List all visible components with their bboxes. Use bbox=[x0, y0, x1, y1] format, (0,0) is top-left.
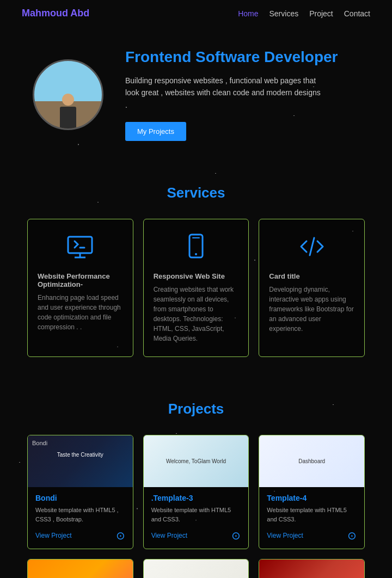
services-title: Services bbox=[27, 185, 365, 201]
project-desc-bondi: Website template with HTML5 , CSS3 , Boo… bbox=[35, 506, 125, 524]
service-card-1-title: Website Performance Optimization- bbox=[38, 272, 123, 288]
nav-link-services[interactable]: Services bbox=[269, 9, 298, 18]
project-name-t4: Template-4 bbox=[267, 494, 357, 502]
my-projects-button[interactable]: My Projects bbox=[125, 122, 186, 141]
hero-description: Building responsive websites , functiona… bbox=[125, 75, 321, 111]
services-grid: Website Performance Optimization- Enhanc… bbox=[27, 219, 365, 357]
service-card-2-desc: Creating websites that work seamlessly o… bbox=[154, 285, 239, 343]
service-card-2: Responsive Web Site Creating websites th… bbox=[143, 219, 249, 357]
service-card-1-desc: Enhancing page load speed and user exper… bbox=[38, 293, 123, 332]
avatar-head bbox=[62, 94, 74, 106]
svg-rect-0 bbox=[68, 237, 92, 253]
service-card-2-title: Responsive Web Site bbox=[154, 272, 225, 280]
project-card-perfume: Reveal The Beauty of Skin Perfume Store … bbox=[143, 559, 249, 578]
nav-link-project[interactable]: Project bbox=[309, 9, 333, 18]
hero-section: Frontend Software Developer Building res… bbox=[0, 27, 392, 163]
service-card-1: Website Performance Optimization- Enhanc… bbox=[27, 219, 133, 357]
project-card-food: Supper delicious Burger in town! Food Re… bbox=[259, 559, 365, 578]
view-project-t4[interactable]: View Project bbox=[267, 532, 303, 539]
project-thumb-bondi: Bondi bbox=[28, 435, 133, 487]
avatar-body bbox=[60, 107, 76, 128]
project-info-t4: Template-4 Website template with HTML5 a… bbox=[259, 487, 364, 549]
view-project-bondi[interactable]: View Project bbox=[35, 532, 71, 539]
project-name-bondi: Bondi bbox=[35, 494, 125, 502]
hero-title: Frontend Software Developer bbox=[125, 48, 338, 66]
services-section: Services Website Performance Optimizatio… bbox=[0, 163, 392, 379]
project-thumb-kitty: HIGH QUALITY PET FOOD bbox=[28, 559, 133, 578]
svg-line-7 bbox=[310, 238, 314, 255]
service-card-3-title: Card title bbox=[269, 272, 299, 280]
hero-content: Frontend Software Developer Building res… bbox=[125, 48, 338, 141]
nav-logo[interactable]: Mahmoud Abd bbox=[22, 8, 89, 19]
navbar: Mahmoud Abd Home Services Project Contac… bbox=[0, 0, 392, 27]
project-thumb-perfume: Reveal The Beauty of Skin bbox=[144, 559, 249, 578]
project-links-t4: View Project ⊙ bbox=[267, 529, 357, 542]
github-icon-bondi[interactable]: ⊙ bbox=[116, 529, 125, 542]
github-icon-t3[interactable]: ⊙ bbox=[231, 529, 241, 542]
project-thumb-food: Supper delicious Burger in town! bbox=[259, 559, 364, 578]
project-links-t3: View Project ⊙ bbox=[151, 529, 241, 542]
project-card-bondi: Bondi Bondi Website template with HTML5 … bbox=[27, 435, 133, 549]
code-icon bbox=[269, 232, 354, 266]
avatar bbox=[33, 59, 103, 130]
nav-link-contact[interactable]: Contact bbox=[344, 9, 370, 18]
nav-link-home[interactable]: Home bbox=[238, 9, 258, 18]
project-card-t3: Welcome, ToGlam World .Template-3 Websit… bbox=[143, 435, 249, 549]
project-card-t4: Dashboard Template-4 Website template wi… bbox=[259, 435, 365, 549]
mobile-icon bbox=[154, 232, 239, 266]
projects-section: Projects Bondi Bondi Website template wi… bbox=[0, 379, 392, 578]
project-info-t3: .Template-3 Website template with HTML5 … bbox=[144, 487, 249, 549]
project-thumb-t4: Dashboard bbox=[259, 435, 364, 487]
github-icon-t4[interactable]: ⊙ bbox=[347, 529, 357, 542]
svg-point-5 bbox=[195, 253, 197, 255]
monitor-code-icon bbox=[38, 232, 123, 266]
projects-grid: Bondi Bondi Website template with HTML5 … bbox=[27, 435, 365, 578]
project-links-bondi: View Project ⊙ bbox=[35, 529, 125, 542]
view-project-t3[interactable]: View Project bbox=[151, 532, 187, 539]
project-desc-t4: Website template with HTML5 and CSS3. bbox=[267, 506, 357, 524]
project-thumb-t3: Welcome, ToGlam World bbox=[144, 435, 249, 487]
project-info-bondi: Bondi Website template with HTML5 , CSS3… bbox=[28, 487, 133, 549]
nav-links: Home Services Project Contact bbox=[238, 9, 370, 18]
projects-title: Projects bbox=[27, 401, 365, 417]
project-card-kitty: HIGH QUALITY PET FOOD Kitty-store Websit… bbox=[27, 559, 133, 578]
avatar-person bbox=[60, 94, 76, 128]
service-card-3-desc: Developing dynamic, interactive web apps… bbox=[269, 285, 354, 334]
project-desc-t3: Website template with HTML5 and CSS3. bbox=[151, 506, 241, 524]
service-card-3: Card title Developing dynamic, interacti… bbox=[259, 219, 365, 357]
project-name-t3: .Template-3 bbox=[151, 494, 241, 502]
